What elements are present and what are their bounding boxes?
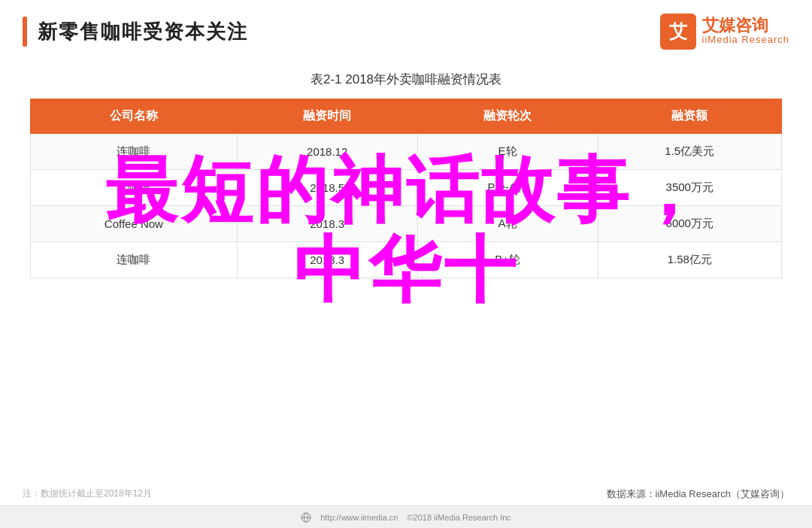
table-cell: 6000万元 (598, 206, 781, 242)
bottom-bar-url: http://www.iimedia.cn (320, 513, 398, 522)
header-title-wrapper: 新零售咖啡受资本关注 (23, 17, 248, 47)
table-cell: 2018.3 (237, 242, 417, 278)
logo-brand-cn: 艾媒咨询 (702, 17, 768, 34)
table-cell: 2018.12 (237, 134, 417, 170)
table-title: 表2-1 2018年外卖咖啡融资情况表 (30, 71, 782, 88)
logo-area: 艾 艾媒咨询 iiMedia Research (660, 14, 789, 50)
col-time: 融资时间 (237, 99, 417, 134)
logo-char: 艾 (669, 20, 687, 44)
table-cell: E轮 (417, 134, 598, 170)
table-section: 表2-1 2018年外卖咖啡融资情况表 公司名称 融资时间 融资轮次 融资额 连… (30, 71, 782, 278)
table-cell: Pre-A轮 (417, 170, 598, 206)
header: 新零售咖啡受资本关注 艾 艾媒咨询 iiMedia Research (0, 0, 812, 57)
table-row: 连咖啡2018.12E轮1.5亿美元 (31, 134, 782, 170)
table-cell: B+轮 (417, 242, 598, 278)
orange-accent-bar (23, 17, 27, 47)
table-row: Coffee Now2018.3A轮6000万元 (31, 206, 782, 242)
footer-note: 注：数据统计截止至2018年12月 (23, 487, 152, 501)
page-title: 新零售咖啡受资本关注 (38, 19, 248, 45)
table-cell: 连咖啡 (31, 134, 238, 170)
table-row: 友咖啡2018.5Pre-A轮3500万元 (31, 170, 782, 206)
funding-table: 公司名称 融资时间 融资轮次 融资额 连咖啡2018.12E轮1.5亿美元友咖啡… (30, 99, 782, 278)
logo-brand-en: iiMedia Research (702, 34, 789, 46)
table-row: 连咖啡2018.3B+轮1.58亿元 (31, 242, 782, 278)
table-cell: 2018.5 (237, 170, 417, 206)
bottom-bar: http://www.iimedia.cn ©2018 iiMedia Rese… (0, 505, 812, 528)
col-company: 公司名称 (31, 99, 238, 134)
footer: 注：数据统计截止至2018年12月 数据来源：iiMedia Research（… (0, 487, 812, 501)
table-cell: 1.5亿美元 (598, 134, 781, 170)
table-cell: 2018.3 (237, 206, 417, 242)
table-cell: 3500万元 (598, 170, 781, 206)
footer-source: 数据来源：iiMedia Research（艾媒咨询） (607, 487, 789, 501)
table-cell: 1.58亿元 (598, 242, 781, 278)
table-header-row: 公司名称 融资时间 融资轮次 融资额 (31, 99, 782, 134)
bottom-bar-copyright: ©2018 iiMedia Research Inc (407, 513, 511, 522)
logo-text: 艾媒咨询 iiMedia Research (702, 17, 789, 46)
table-cell: 连咖啡 (31, 242, 238, 278)
table-cell: Coffee Now (31, 206, 238, 242)
logo-icon-box: 艾 (660, 14, 696, 50)
table-cell: A轮 (417, 206, 598, 242)
globe-icon (301, 512, 311, 523)
col-amount: 融资额 (598, 99, 781, 134)
table-cell: 友咖啡 (31, 170, 238, 206)
col-round: 融资轮次 (417, 99, 598, 134)
